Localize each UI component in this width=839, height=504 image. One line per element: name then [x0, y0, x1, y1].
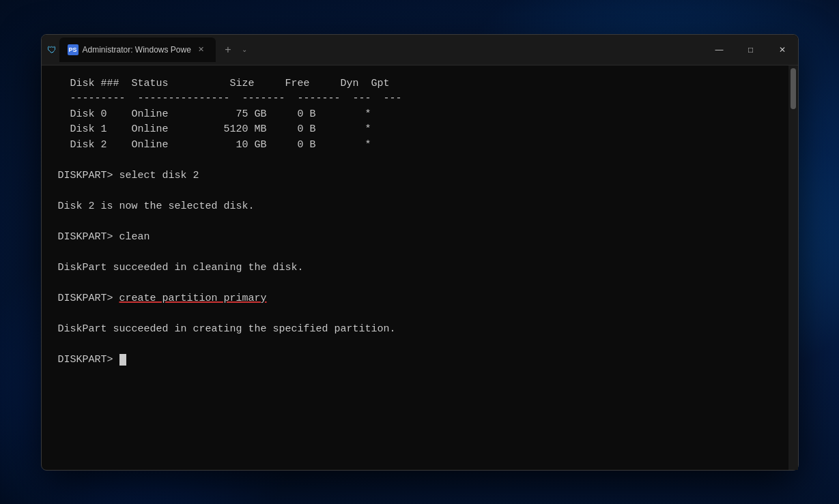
shield-icon: 🛡: [47, 45, 57, 55]
disk1-row: Disk 1 Online 5120 MB 0 B *: [58, 122, 772, 138]
cmd-select-line: DISKPART> select disk 2: [58, 168, 772, 184]
cmd-create-prompt: DISKPART>: [58, 293, 119, 304]
window-controls: — □ ✕: [704, 39, 798, 61]
tab-label: Administrator: Windows Powe: [83, 45, 191, 55]
new-tab-button[interactable]: +: [218, 40, 238, 59]
empty-line-5: [58, 276, 772, 291]
output-select-line: Disk 2 is now the selected disk.: [58, 199, 772, 215]
final-prompt-text: DISKPART>: [58, 354, 119, 366]
table-separator-row: --------- --------------- ------- ------…: [58, 91, 772, 107]
final-prompt-line: DISKPART>: [58, 353, 772, 368]
empty-line-1: [58, 153, 772, 168]
maximize-button[interactable]: □: [735, 39, 767, 61]
minimize-button[interactable]: —: [704, 39, 735, 61]
terminal-cursor: [119, 354, 126, 366]
close-button[interactable]: ✕: [767, 39, 798, 61]
disk0-row: Disk 0 Online 75 GB 0 B *: [58, 107, 772, 123]
empty-line-3: [58, 214, 772, 230]
tab-area: 🛡 PS Administrator: Windows Powe ✕ + ⌄: [47, 38, 704, 62]
table-header-row: Disk ### Status Size Free Dyn Gpt: [58, 76, 772, 92]
cmd-create-highlighted: create partition primary: [119, 293, 267, 304]
scrollbar-thumb[interactable]: [791, 68, 796, 109]
cmd-create-line: DISKPART> create partition primary: [58, 291, 772, 307]
terminal-window: 🛡 PS Administrator: Windows Powe ✕ + ⌄ —…: [41, 34, 799, 471]
scrollbar[interactable]: [788, 65, 798, 470]
empty-line-6: [58, 306, 772, 322]
scrollbar-area: Disk ### Status Size Free Dyn Gpt ------…: [42, 65, 798, 470]
output-clean-line: DiskPart succeeded in cleaning the disk.: [58, 261, 772, 276]
powershell-icon: PS: [68, 44, 79, 55]
cmd-clean-line: DISKPART> clean: [58, 230, 772, 246]
disk2-row: Disk 2 Online 10 GB 0 B *: [58, 138, 772, 153]
empty-line-7: [58, 337, 772, 353]
empty-line-2: [58, 183, 772, 199]
tab-close-button[interactable]: ✕: [195, 44, 208, 56]
output-create-line: DiskPart succeeded in creating the speci…: [58, 322, 772, 338]
empty-line-4: [58, 245, 772, 261]
tab-dropdown-button[interactable]: ⌄: [238, 43, 251, 57]
terminal-content[interactable]: Disk ### Status Size Free Dyn Gpt ------…: [42, 65, 788, 470]
title-bar: 🛡 PS Administrator: Windows Powe ✕ + ⌄ —…: [42, 35, 798, 65]
active-tab[interactable]: PS Administrator: Windows Powe ✕: [59, 38, 216, 62]
